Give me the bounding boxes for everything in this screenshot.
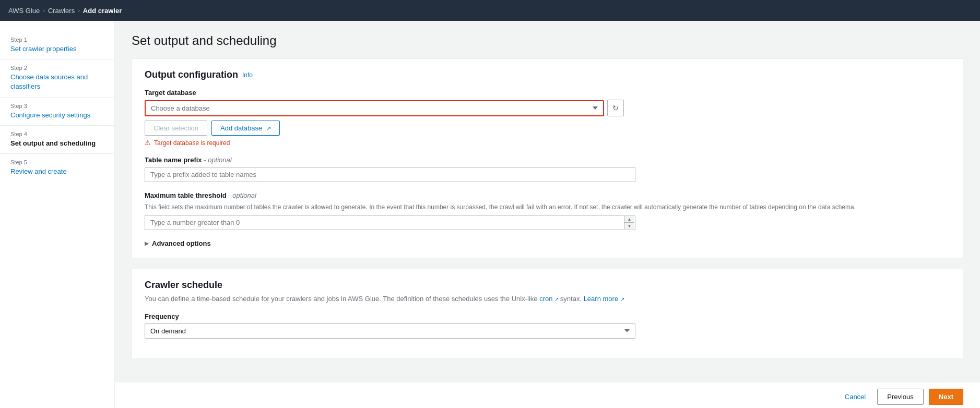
step-5-label: Step 5: [10, 159, 104, 165]
warning-icon: ⚠: [145, 139, 151, 147]
crawler-schedule-desc: You can define a time-based schedule for…: [145, 294, 950, 304]
target-database-select[interactable]: Choose a database: [145, 100, 604, 116]
info-link[interactable]: Info: [242, 71, 253, 79]
table-name-prefix-label: Table name prefix - optional: [145, 156, 950, 164]
target-database-select-wrapper: Choose a database ↻: [145, 100, 950, 116]
target-database-error: ⚠ Target database is required: [145, 139, 950, 147]
sidebar: Step 1 Set crawler properties Step 2 Cho…: [0, 21, 115, 408]
step-2-label: Step 2: [10, 65, 104, 71]
sidebar-step-2: Step 2 Choose data sources and classifie…: [0, 59, 114, 97]
max-table-threshold-input[interactable]: [145, 215, 635, 230]
crawler-schedule-title: Crawler schedule: [145, 280, 950, 291]
frequency-label: Frequency: [145, 313, 950, 320]
sidebar-step-4: Step 4 Set output and scheduling: [0, 126, 114, 154]
frequency-select[interactable]: On demand Hourly Daily Weekly Monthly Cu…: [145, 323, 635, 339]
next-button[interactable]: Next: [929, 389, 963, 405]
breadcrumb-crawlers[interactable]: Crawlers: [48, 7, 75, 15]
footer: Cancel Previous Next: [115, 382, 980, 409]
main-layout: Step 1 Set crawler properties Step 2 Cho…: [0, 21, 980, 408]
cancel-button[interactable]: Cancel: [839, 390, 872, 404]
refresh-icon: ↻: [612, 104, 619, 112]
sidebar-item-review-create[interactable]: Review and create: [10, 167, 67, 175]
external-link-icon-learn: ↗: [620, 296, 624, 302]
max-table-threshold-desc: This field sets the maximum number of ta…: [145, 202, 950, 212]
spinner-up-button[interactable]: ▲: [624, 216, 634, 223]
step-4-label: Step 4: [10, 131, 104, 137]
previous-button[interactable]: Previous: [877, 389, 924, 405]
breadcrumb-current: Add crawler: [83, 7, 122, 15]
sidebar-item-output-scheduling: Set output and scheduling: [10, 139, 96, 147]
target-database-label: Target database: [145, 89, 950, 97]
cron-link[interactable]: cron: [539, 295, 552, 303]
table-name-prefix-field: Table name prefix - optional: [145, 156, 950, 182]
clear-selection-button[interactable]: Clear selection: [145, 121, 207, 136]
output-config-title: Output configuration: [145, 69, 238, 80]
card-title-row: Output configuration Info: [145, 69, 950, 80]
refresh-databases-button[interactable]: ↻: [607, 100, 624, 116]
sidebar-step-3: Step 3 Configure security settings: [0, 98, 114, 126]
max-table-threshold-field: Maximum table threshold - optional This …: [145, 191, 950, 230]
sidebar-item-data-sources[interactable]: Choose data sources and classifiers: [10, 73, 88, 90]
external-link-icon: ↗: [266, 125, 271, 131]
breadcrumb-sep-2: ›: [78, 7, 80, 14]
spinner-down-button[interactable]: ▼: [624, 223, 634, 229]
target-database-field: Target database Choose a database ↻ Clea…: [145, 89, 950, 147]
learn-more-link[interactable]: Learn more: [584, 295, 618, 303]
crawler-schedule-card: Crawler schedule You can define a time-b…: [132, 269, 963, 359]
top-nav: AWS Glue › Crawlers › Add crawler: [0, 0, 980, 21]
page-title: Set output and scheduling: [132, 33, 963, 48]
sidebar-item-security[interactable]: Configure security settings: [10, 111, 90, 119]
max-table-threshold-label: Maximum table threshold - optional: [145, 191, 950, 199]
advanced-options-toggle[interactable]: ▶ Advanced options: [145, 239, 950, 247]
advanced-options-label: Advanced options: [152, 239, 211, 247]
add-database-button[interactable]: Add database ↗: [211, 121, 280, 136]
breadcrumb-aws-glue[interactable]: AWS Glue: [8, 7, 40, 15]
output-config-card: Output configuration Info Target databas…: [132, 58, 963, 258]
breadcrumb: AWS Glue › Crawlers › Add crawler: [8, 7, 122, 15]
breadcrumb-sep-1: ›: [43, 7, 45, 14]
database-action-buttons: Clear selection Add database ↗: [145, 121, 950, 136]
spinner-buttons: ▲ ▼: [624, 216, 634, 229]
step-3-label: Step 3: [10, 103, 104, 109]
chevron-right-icon: ▶: [145, 241, 149, 246]
table-name-prefix-input[interactable]: [145, 167, 635, 182]
sidebar-step-5: Step 5 Review and create: [0, 154, 114, 182]
sidebar-item-set-crawler-properties[interactable]: Set crawler properties: [10, 45, 76, 53]
max-table-threshold-wrapper: ▲ ▼: [145, 215, 635, 230]
frequency-field: Frequency On demand Hourly Daily Weekly …: [145, 313, 950, 339]
sidebar-step-1: Step 1 Set crawler properties: [0, 31, 114, 59]
external-link-icon-cron: ↗: [554, 296, 560, 302]
error-text: Target database is required: [154, 139, 230, 147]
main-content: Set output and scheduling Output configu…: [115, 21, 980, 382]
step-1-label: Step 1: [10, 37, 104, 43]
